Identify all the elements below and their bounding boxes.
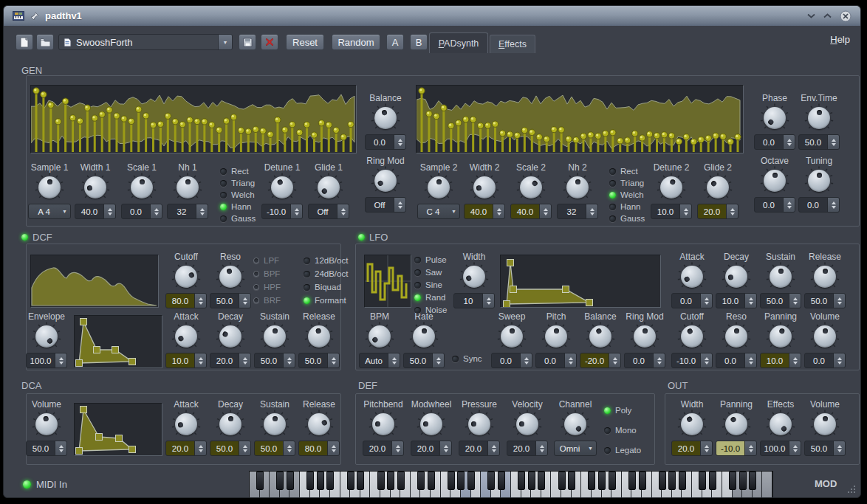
black-key-14[interactable] (397, 472, 405, 490)
gen-sample1-knob[interactable] (35, 173, 64, 202)
black-key-37[interactable] (628, 472, 636, 490)
out-volume-spinner[interactable] (833, 441, 845, 455)
dca-attack-knob[interactable] (171, 410, 201, 439)
dca-envelope-display[interactable] (74, 403, 162, 456)
gen-octave-spinner[interactable] (783, 198, 795, 212)
gen-detune1-spinbox[interactable]: -10.0 (261, 204, 303, 219)
lfo-release-spinbox[interactable]: 50.0 (804, 293, 846, 308)
def-pitchbend-spinner[interactable] (391, 441, 403, 455)
gen-scale1-knob[interactable] (127, 173, 157, 202)
radio-legato[interactable]: Legato (604, 444, 641, 456)
lfo-ringmod-spinbox[interactable]: 0.0 (624, 353, 665, 368)
black-key-33[interactable] (588, 472, 595, 490)
black-key-0[interactable] (256, 472, 264, 490)
gen-scale2-spinbox[interactable]: 40.0 (510, 204, 552, 219)
radio-formant[interactable]: Formant (304, 294, 348, 306)
lfo-bpm-spinbox[interactable]: Auto (359, 353, 400, 368)
gen-sample2-combobox[interactable]: C 4▼ (417, 204, 460, 219)
black-key-41[interactable] (668, 472, 676, 490)
preset-combobox[interactable]: SwooshForth ▼ (58, 34, 233, 50)
black-key-13[interactable] (387, 472, 394, 490)
lfo-decay-spinner[interactable] (744, 294, 756, 308)
dcf-enable-led[interactable] (21, 234, 28, 241)
gen-nh2-knob[interactable] (563, 173, 592, 202)
lfo-rate-spinner[interactable] (432, 353, 444, 367)
lfo-panning-knob[interactable] (766, 322, 795, 351)
lfo-balance-spinbox[interactable]: -20.0 (580, 353, 621, 368)
dcf-sustain-knob[interactable] (260, 322, 289, 351)
lfo-reso-spinner[interactable] (744, 353, 756, 367)
dca-release-spinner[interactable] (327, 441, 339, 455)
radio-welch[interactable]: Welch (220, 189, 256, 201)
lfo-sustain-knob[interactable] (766, 262, 795, 291)
black-key-49[interactable] (749, 472, 756, 490)
out-effects-spinner[interactable] (789, 441, 801, 455)
def-pressure-knob[interactable] (465, 410, 494, 439)
dcf-attack-spinner[interactable] (194, 353, 206, 367)
gen-width2-spinner[interactable] (493, 204, 504, 218)
out-panning-spinbox[interactable]: -10.0 (716, 441, 757, 456)
gen-scale1-spinner[interactable] (150, 204, 162, 218)
def-velocity-spinbox[interactable]: 20.0 (507, 441, 548, 456)
dca-sustain-spinbox[interactable]: 50.0 (254, 441, 295, 456)
lfo-ringmod-spinner[interactable] (653, 353, 665, 367)
gen-wave1-display[interactable] (30, 85, 357, 153)
out-effects-knob[interactable] (766, 410, 795, 439)
out-panning-knob[interactable] (722, 410, 751, 439)
gen-glide1-spinner[interactable] (337, 204, 349, 218)
lfo-envelope-display[interactable] (500, 255, 661, 308)
black-key-9[interactable] (347, 472, 354, 490)
def-modwheel-spinbox[interactable]: 20.0 (411, 441, 452, 456)
dcf-release-spinner[interactable] (327, 353, 339, 367)
lfo-wave-display[interactable] (364, 255, 411, 308)
gen-envtime-spinner[interactable] (827, 135, 839, 149)
gen-width1-knob[interactable] (80, 173, 110, 202)
preset-a-button[interactable]: A (386, 34, 404, 50)
gen-phase-spinner[interactable] (783, 135, 795, 149)
lfo-reso-spinbox[interactable]: 0.0 (716, 353, 757, 368)
black-key-19[interactable] (448, 472, 455, 490)
gen-nh1-spinner[interactable] (196, 204, 208, 218)
dcf-reso-spinner[interactable] (239, 294, 250, 308)
black-key-20[interactable] (457, 472, 465, 490)
radio-welch[interactable]: Welch (609, 189, 645, 201)
gen-balance-knob[interactable] (371, 103, 400, 133)
black-key-6[interactable] (317, 472, 324, 490)
dca-release-spinbox[interactable]: 80.0 (298, 441, 340, 456)
lfo-rate-knob[interactable] (409, 322, 439, 351)
black-key-10[interactable] (357, 472, 364, 490)
radio-mono[interactable]: Mono (604, 424, 641, 436)
lfo-decay-spinbox[interactable]: 10.0 (716, 293, 757, 308)
lfo-attack-knob[interactable] (677, 262, 707, 291)
out-panning-spinner[interactable] (744, 441, 756, 455)
mod-label[interactable]: MOD (815, 478, 837, 489)
lfo-width-spinner[interactable] (482, 294, 494, 308)
black-key-17[interactable] (428, 472, 435, 490)
gen-octave-knob[interactable] (760, 166, 789, 196)
radio-hann[interactable]: Hann (220, 201, 256, 213)
radio-rect[interactable]: Rect (220, 165, 256, 177)
black-key-7[interactable] (326, 472, 334, 490)
black-key-24[interactable] (498, 472, 505, 490)
lfo-cutoff-spinner[interactable] (700, 353, 712, 367)
dcf-envelope-spinbox[interactable]: 100.0 (26, 353, 67, 368)
out-effects-spinbox[interactable]: 100.0 (760, 441, 801, 456)
lfo-rate-spinbox[interactable]: 50.0 (403, 353, 445, 368)
black-key-48[interactable] (739, 472, 747, 490)
gen-detune2-spinner[interactable] (679, 204, 691, 218)
gen-envtime-knob[interactable] (804, 103, 834, 133)
dca-volume-spinbox[interactable]: 50.0 (26, 441, 67, 456)
lfo-sweep-spinner[interactable] (520, 353, 532, 367)
delete-preset-button[interactable] (261, 34, 278, 50)
lfo-bpm-spinner[interactable] (388, 353, 400, 367)
black-key-28[interactable] (538, 472, 545, 490)
gen-glide2-knob[interactable] (703, 173, 733, 202)
gen-glide2-spinner[interactable] (726, 204, 738, 218)
lfo-ringmod-knob[interactable] (630, 322, 659, 351)
def-pressure-spinbox[interactable]: 20.0 (459, 441, 500, 456)
out-volume-knob[interactable] (810, 410, 840, 439)
dca-decay-spinner[interactable] (239, 441, 250, 455)
open-preset-button[interactable] (36, 34, 54, 50)
black-key-40[interactable] (659, 472, 666, 490)
radio-poly[interactable]: Poly (604, 404, 641, 416)
